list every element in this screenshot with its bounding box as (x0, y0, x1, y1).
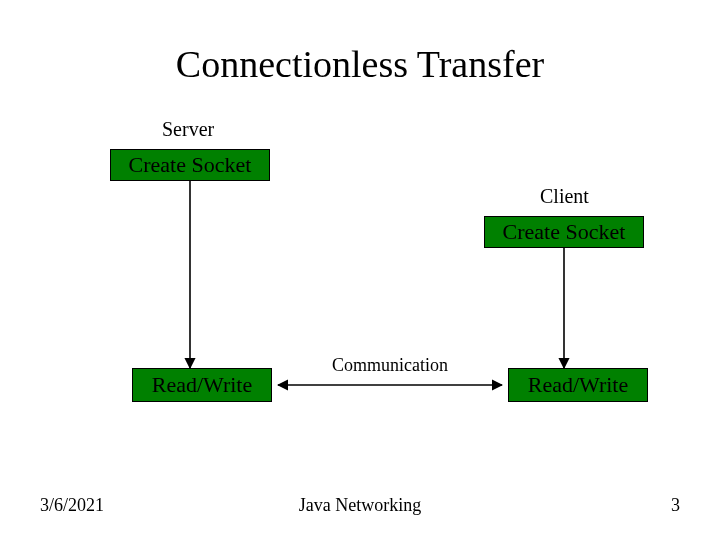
server-read-write-text: Read/Write (152, 372, 253, 398)
slide-title: Connectionless Transfer (0, 42, 720, 86)
client-heading: Client (540, 185, 589, 208)
client-read-write-text: Read/Write (528, 372, 629, 398)
server-create-socket-text: Create Socket (129, 152, 252, 178)
footer-page-number: 3 (671, 495, 680, 516)
server-heading: Server (162, 118, 214, 141)
client-read-write-box: Read/Write (508, 368, 648, 402)
slide: Connectionless Transfer Server Create So… (0, 0, 720, 540)
footer-title: Java Networking (0, 495, 720, 516)
client-create-socket-box: Create Socket (484, 216, 644, 248)
communication-label: Communication (320, 355, 460, 376)
client-create-socket-text: Create Socket (503, 219, 626, 245)
server-read-write-box: Read/Write (132, 368, 272, 402)
server-create-socket-box: Create Socket (110, 149, 270, 181)
